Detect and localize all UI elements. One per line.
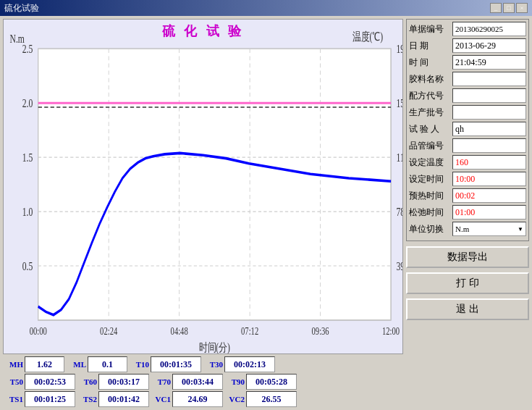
tube-value[interactable] xyxy=(452,138,526,153)
tester-row: 试 验 人 qh xyxy=(409,122,526,136)
vc2-label: VC2 xyxy=(224,395,245,403)
svg-text:02:24: 02:24 xyxy=(100,326,118,338)
doc-no-value: 201306290025 xyxy=(452,22,526,36)
action-buttons: 数据导出 打 印 退 出 xyxy=(406,246,529,320)
export-button[interactable]: 数据导出 xyxy=(406,246,529,268)
date-row: 日 期 2013-06-29 xyxy=(409,38,526,53)
loose-value: 01:00 xyxy=(452,205,526,219)
right-panel: 单据编号 201306290025 日 期 2013-06-29 时 间 21:… xyxy=(406,19,529,407)
ts1-value: 00:01:25 xyxy=(25,391,75,407)
t90-label: T90 xyxy=(224,377,245,386)
glue-label: 胶料名称 xyxy=(409,73,451,85)
main-content: 硫 化 试 验 2.5 2 xyxy=(0,16,532,410)
close-button[interactable]: × xyxy=(516,3,528,13)
mh-label: MH xyxy=(3,360,23,369)
svg-text:N.m: N.m xyxy=(9,33,25,45)
tester-label: 试 验 人 xyxy=(409,123,451,135)
glue-value[interactable] xyxy=(452,72,526,86)
t30-label: T30 xyxy=(203,360,223,369)
svg-text:07:12: 07:12 xyxy=(241,326,258,338)
time-value: 21:04:59 xyxy=(452,55,526,70)
formula-label: 配方代号 xyxy=(409,90,451,102)
svg-text:195: 195 xyxy=(397,43,402,55)
tube-label: 品管编号 xyxy=(409,140,451,152)
t10-label: T10 xyxy=(129,360,149,369)
svg-text:04:48: 04:48 xyxy=(171,326,188,338)
preheat-row: 预热时间 00:02 xyxy=(409,188,526,203)
time-label: 时 间 xyxy=(409,57,451,69)
set-temp-value: 160 xyxy=(452,155,526,170)
set-time-label: 设定时间 xyxy=(409,173,451,185)
svg-text:12:00: 12:00 xyxy=(382,326,400,338)
ts2-value: 00:01:42 xyxy=(98,391,149,407)
batch-label: 生产批号 xyxy=(409,106,451,119)
formula-value[interactable] xyxy=(452,88,526,103)
unit-row: 单位切换 N.m ▼ xyxy=(409,222,526,236)
t70-label: T70 xyxy=(151,377,171,386)
svg-text:0.5: 0.5 xyxy=(22,260,33,272)
date-label: 日 期 xyxy=(409,40,451,52)
bottom-stats: MH 1.62 ML 0.1 T10 00:01:35 T30 00:02:13… xyxy=(3,356,403,407)
date-value: 2013-06-29 xyxy=(452,38,526,53)
set-time-value: 10:00 xyxy=(452,172,526,186)
svg-text:时间(分): 时间(分) xyxy=(199,341,230,353)
print-button[interactable]: 打 印 xyxy=(406,272,529,294)
info-table: 单据编号 201306290025 日 期 2013-06-29 时 间 21:… xyxy=(406,19,529,241)
ts1-label: TS1 xyxy=(3,395,23,403)
loose-label: 松弛时间 xyxy=(409,206,451,219)
left-panel: 硫 化 试 验 2.5 2 xyxy=(3,19,403,407)
svg-text:1.0: 1.0 xyxy=(22,206,33,218)
stats-row-1: MH 1.62 ML 0.1 T10 00:01:35 T30 00:02:13 xyxy=(3,356,403,372)
set-time-row: 设定时间 10:00 xyxy=(409,172,526,186)
minimize-button[interactable]: _ xyxy=(490,3,502,13)
chart-area: 硫 化 试 验 2.5 2 xyxy=(3,19,403,354)
time-row: 时 间 21:04:59 xyxy=(409,55,526,70)
ts2-label: TS2 xyxy=(77,395,97,403)
title-bar: 硫化试验 _ □ × xyxy=(0,0,532,16)
vc1-value: 24.69 xyxy=(172,391,223,407)
glue-row: 胶料名称 xyxy=(409,72,526,86)
unit-select[interactable]: N.m ▼ xyxy=(452,222,526,236)
maximize-button[interactable]: □ xyxy=(503,3,515,13)
t60-label: T60 xyxy=(77,377,97,386)
svg-text:温度(℃): 温度(℃) xyxy=(352,30,383,43)
svg-rect-0 xyxy=(38,49,391,320)
svg-text:00:00: 00:00 xyxy=(30,326,47,338)
set-temp-row: 设定温度 160 xyxy=(409,155,526,170)
svg-text:117: 117 xyxy=(397,151,402,164)
svg-text:156: 156 xyxy=(397,97,402,109)
doc-no-label: 单据编号 xyxy=(409,23,451,35)
window-title: 硫化试验 xyxy=(4,2,490,14)
exit-button[interactable]: 退 出 xyxy=(406,298,529,320)
svg-text:39: 39 xyxy=(397,260,402,272)
batch-row: 生产批号 xyxy=(409,105,526,120)
t50-value: 00:02:53 xyxy=(25,374,75,390)
t90-value: 00:05:28 xyxy=(246,374,297,390)
stats-row-3: TS1 00:01:25 TS2 00:01:42 VC1 24.69 VC2 … xyxy=(3,391,403,407)
set-temp-label: 设定温度 xyxy=(409,156,451,169)
mh-value: 1.62 xyxy=(25,356,64,372)
formula-row: 配方代号 xyxy=(409,88,526,103)
tube-row: 品管编号 xyxy=(409,138,526,153)
t60-value: 00:03:17 xyxy=(98,374,149,390)
t30-value: 00:02:13 xyxy=(224,356,275,372)
unit-label: 单位切换 xyxy=(409,223,451,235)
svg-text:2.0: 2.0 xyxy=(22,97,33,109)
t50-label: T50 xyxy=(3,377,23,386)
vc1-label: VC1 xyxy=(151,395,171,403)
ml-label: ML xyxy=(66,360,86,369)
preheat-value: 00:02 xyxy=(452,188,526,203)
chart-svg: 2.5 2.0 1.5 1.0 0.5 195 156 117 78 39 00… xyxy=(4,20,402,353)
window-controls: _ □ × xyxy=(490,3,528,13)
doc-no-row: 单据编号 201306290025 xyxy=(409,22,526,36)
batch-value[interactable] xyxy=(452,105,526,120)
unit-select-arrow[interactable]: ▼ xyxy=(518,226,523,233)
unit-value: N.m xyxy=(455,225,469,233)
ml-value: 0.1 xyxy=(88,356,127,372)
svg-text:09:36: 09:36 xyxy=(312,326,329,338)
preheat-label: 预热时间 xyxy=(409,190,451,202)
svg-text:78: 78 xyxy=(397,206,402,218)
svg-text:1.5: 1.5 xyxy=(22,151,33,164)
stats-row-2: T50 00:02:53 T60 00:03:17 T70 00:03:44 T… xyxy=(3,374,403,390)
vc2-value: 26.55 xyxy=(246,391,297,407)
